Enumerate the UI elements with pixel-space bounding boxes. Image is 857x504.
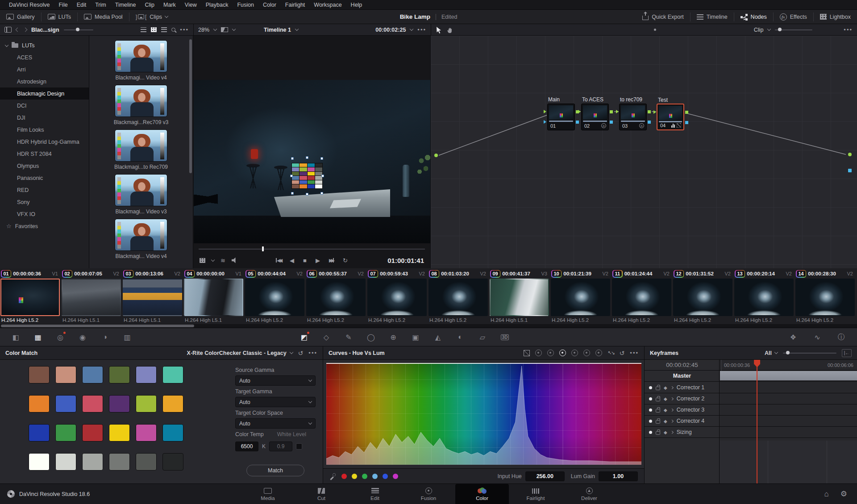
output-rgb[interactable] — [648, 110, 651, 113]
media-pool-button[interactable]: Media Pool — [78, 10, 129, 24]
pointer-tool-icon[interactable] — [436, 26, 442, 33]
clip-strip-scrollbar[interactable] — [1, 325, 194, 327]
reset-icon[interactable]: ↺ — [298, 350, 304, 357]
lut-thumbnail-item[interactable]: Blackmagi... Video v4 — [115, 219, 167, 259]
output-key[interactable] — [610, 121, 613, 124]
motion-effects-icon[interactable]: ▥ — [121, 331, 133, 343]
color-swatch[interactable] — [29, 424, 50, 442]
keyframe-diamond-icon[interactable]: ◆ — [664, 430, 667, 435]
output-port-rgb[interactable] — [848, 153, 852, 156]
keyframe-diamond-icon[interactable]: ◆ — [664, 396, 667, 401]
blur-icon[interactable]: ◭ — [432, 331, 444, 343]
lut-thumbnail-item[interactable]: Blackmagi... Video v3 — [115, 174, 167, 215]
scopes-icon[interactable]: ∿ — [811, 331, 823, 343]
rgb-mixer-icon[interactable]: ◑ — [99, 331, 111, 343]
luts-button[interactable]: LUTs — [42, 10, 77, 24]
clip-thumbnail[interactable] — [245, 279, 304, 316]
input-rgb[interactable] — [544, 110, 546, 113]
timeline-clip[interactable]: 11 00:01:24:44 V2 H.264 High L5.2 — [612, 268, 672, 328]
clip-thumbnail[interactable] — [0, 279, 60, 316]
clip-thumbnail[interactable] — [734, 279, 794, 316]
lut-thumbnail-item[interactable]: Blackmagi... Video v4 — [115, 40, 167, 81]
menu-item[interactable]: Fairlight — [281, 0, 309, 10]
viewer-scrubber[interactable] — [193, 246, 430, 252]
collapse-panel-icon[interactable]: |← — [842, 349, 852, 357]
hue-preset-dot[interactable] — [352, 474, 357, 479]
track-enable-icon[interactable] — [649, 397, 652, 400]
color-swatch[interactable] — [109, 453, 130, 471]
loop-button[interactable]: ↻ — [343, 257, 348, 264]
menu-item[interactable]: Clip — [141, 0, 159, 10]
input-rgb[interactable] — [578, 110, 581, 113]
menu-item[interactable]: View — [180, 0, 201, 10]
color-swatch[interactable] — [162, 453, 183, 471]
lock-icon[interactable] — [656, 431, 660, 435]
chevron-right-icon[interactable] — [670, 408, 674, 411]
camera-raw-icon[interactable]: ◧ — [10, 331, 21, 343]
color-swatch[interactable] — [29, 453, 50, 471]
lut-tree-item[interactable]: RED — [0, 184, 89, 196]
white-level-checkbox[interactable] — [296, 443, 302, 450]
gallery-button[interactable]: Gallery — [0, 10, 41, 24]
lut-tree-item[interactable]: DCI — [0, 100, 89, 112]
menu-item[interactable]: Fusion — [233, 0, 258, 10]
corrector-track-row[interactable]: ◆ Corrector 4 — [645, 416, 857, 427]
color-swatch[interactable] — [136, 453, 157, 471]
tracker-icon[interactable]: ⊕ — [387, 331, 399, 343]
sort-icon[interactable] — [141, 27, 146, 32]
node-mode-selector[interactable]: Clip — [754, 27, 764, 33]
timeline-clip[interactable]: 13 00:00:20:14 V2 H.264 High L5.2 — [734, 268, 794, 328]
color-swatch[interactable] — [55, 424, 76, 442]
lut-tree-favorites[interactable]: ☆ Favorites — [0, 220, 89, 232]
timeline-clip[interactable]: 01 00:00:00:36 V1 H.264 High L5.2 — [0, 268, 60, 328]
track-enable-icon[interactable] — [649, 431, 652, 434]
node-01-main[interactable]: Main 01 — [547, 104, 575, 130]
input-rgb[interactable] — [653, 110, 656, 114]
page-tab-deliver[interactable]: Deliver — [562, 484, 616, 504]
chevron-right-icon[interactable] — [670, 397, 674, 400]
reset-icon[interactable]: ↺ — [620, 350, 625, 357]
menu-item[interactable]: Playback — [201, 0, 233, 10]
hue-preset-dot[interactable] — [372, 474, 378, 479]
node-editor[interactable]: Main 01 To ACES 02 to rec709 — [431, 36, 857, 268]
thumb-size-slider[interactable] — [64, 29, 93, 30]
keyframe-diamond-icon[interactable]: ◆ — [664, 385, 667, 390]
power-window-icon[interactable]: ◯ — [365, 331, 377, 343]
output-port-key[interactable] — [848, 169, 852, 172]
chevron-right-icon[interactable] — [670, 419, 674, 422]
stereo-3d-icon[interactable]: 3D — [499, 331, 511, 343]
output-rgb[interactable] — [685, 111, 688, 114]
magic-mask-icon[interactable]: ▣ — [410, 331, 421, 343]
track-enable-icon[interactable] — [649, 420, 652, 423]
master-track-bar[interactable] — [720, 371, 857, 380]
color-swatch[interactable] — [29, 395, 50, 412]
menu-item[interactable]: Trim — [91, 0, 111, 10]
menu-item[interactable]: File — [54, 0, 72, 10]
timeline-clip[interactable]: 03 00:00:13:06 V2 H.264 High L5.1 — [122, 268, 183, 328]
lut-tree-item[interactable]: HDR ST 2084 — [0, 148, 89, 160]
play-button[interactable]: ▶ — [316, 257, 320, 264]
menu-item[interactable]: DaVinci Resolve — [4, 0, 54, 10]
match-button[interactable]: Match — [246, 465, 304, 476]
color-swatch[interactable] — [109, 395, 130, 412]
hue-preset-dot[interactable] — [393, 474, 398, 479]
list-view-icon[interactable] — [161, 27, 167, 32]
hue-vs-lum-graph[interactable] — [326, 363, 641, 465]
color-swatch[interactable] — [162, 424, 183, 442]
clips-button[interactable]: ][ Clips — [129, 10, 174, 24]
node-zoom-slider[interactable] — [775, 29, 812, 30]
lut-tree-item[interactable]: Film Looks — [0, 124, 89, 136]
timeline-clip[interactable]: 08 00:01:03:20 V2 H.264 High L5.2 — [428, 268, 488, 328]
menu-item[interactable]: Workspace — [309, 0, 346, 10]
hue-preset-dot[interactable] — [362, 474, 367, 479]
options-icon[interactable] — [844, 26, 853, 33]
timeline-clip[interactable]: 12 00:01:31:52 V2 H.264 High L5.2 — [673, 268, 733, 328]
timeline-clip[interactable]: 06 00:00:55:37 V2 H.264 High L5.2 — [306, 268, 366, 328]
lut-tree-item[interactable]: ACES — [0, 51, 89, 63]
keyframe-diamond-icon[interactable]: ◆ — [664, 419, 667, 424]
color-swatch[interactable] — [162, 366, 183, 383]
sat-vs-lum-icon[interactable] — [595, 350, 602, 356]
page-tab-media[interactable]: Media — [241, 484, 295, 504]
lut-tree-item[interactable]: Olympus — [0, 160, 89, 172]
color-swatch[interactable] — [29, 366, 50, 383]
